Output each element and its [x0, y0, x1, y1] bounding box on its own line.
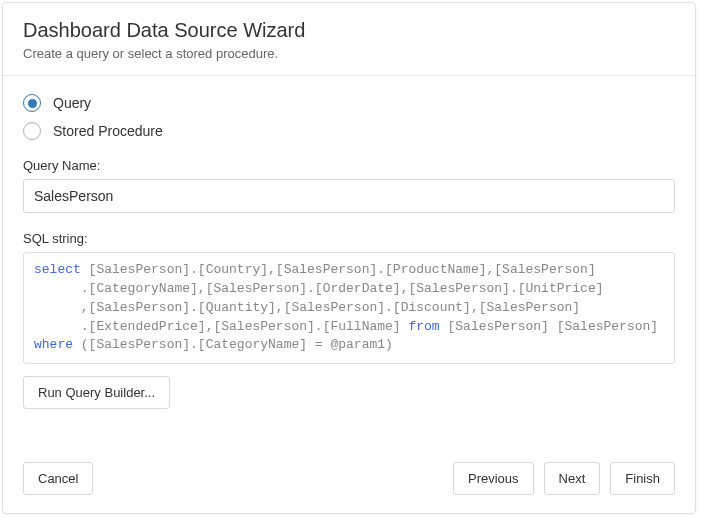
footer-right: Previous Next Finish — [453, 462, 675, 495]
radio-label: Stored Procedure — [53, 123, 163, 139]
wizard-body: Query Stored Procedure Query Name: SQL s… — [3, 76, 695, 450]
finish-button[interactable]: Finish — [610, 462, 675, 495]
run-query-builder-button[interactable]: Run Query Builder... — [23, 376, 170, 409]
cancel-button[interactable]: Cancel — [23, 462, 93, 495]
sql-string-display[interactable]: select [SalesPerson].[Country],[SalesPer… — [23, 252, 675, 364]
sql-keyword: from — [408, 319, 439, 334]
sql-keyword: select — [34, 262, 81, 277]
query-type-radio-group: Query Stored Procedure — [23, 94, 675, 140]
next-button[interactable]: Next — [544, 462, 601, 495]
sql-string-label: SQL string: — [23, 231, 675, 246]
sql-keyword: where — [34, 337, 73, 352]
query-name-label: Query Name: — [23, 158, 675, 173]
wizard-footer: Cancel Previous Next Finish — [3, 450, 695, 513]
radio-indicator-icon — [23, 94, 41, 112]
page-subtitle: Create a query or select a stored proced… — [23, 46, 675, 61]
wizard-header: Dashboard Data Source Wizard Create a qu… — [3, 3, 695, 76]
wizard-dialog: Dashboard Data Source Wizard Create a qu… — [2, 2, 696, 514]
page-title: Dashboard Data Source Wizard — [23, 19, 675, 42]
query-name-input[interactable] — [23, 179, 675, 213]
radio-stored-procedure[interactable]: Stored Procedure — [23, 122, 675, 140]
radio-query[interactable]: Query — [23, 94, 675, 112]
sql-text: ([SalesPerson].[CategoryName] = @param1) — [73, 337, 393, 352]
radio-label: Query — [53, 95, 91, 111]
radio-indicator-icon — [23, 122, 41, 140]
previous-button[interactable]: Previous — [453, 462, 534, 495]
sql-text: [SalesPerson] [SalesPerson] — [440, 319, 658, 334]
